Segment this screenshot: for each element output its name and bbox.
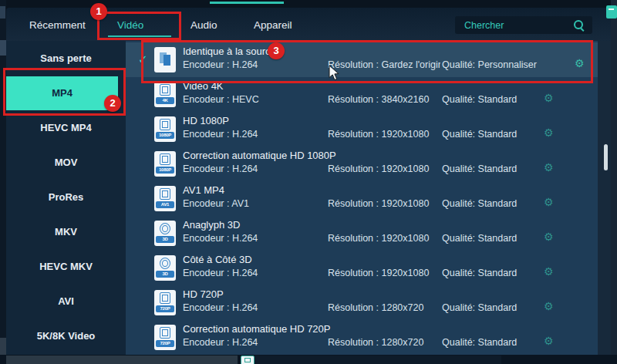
- gear-icon[interactable]: ⚙: [544, 92, 554, 104]
- format-encoder: Encodeur : H.264: [183, 163, 258, 174]
- annotation-badge-2: 2: [104, 95, 121, 112]
- format-quality: Qualité: Standard: [442, 129, 517, 140]
- icon-label: 720P: [156, 305, 174, 312]
- scrollbar-track: [598, 41, 611, 355]
- video-file-icon: AV1: [154, 186, 176, 211]
- tab-recemment[interactable]: Récemment: [29, 19, 86, 31]
- format-title: Anaglyph 3D: [183, 219, 240, 231]
- format-quality: Qualité: Standard: [442, 302, 517, 313]
- sidebar-item-avi[interactable]: AVI: [6, 285, 126, 318]
- format-quality: Qualité: Standard: [442, 163, 517, 174]
- annotation-box-row: [141, 40, 593, 83]
- icon-label: 4K: [156, 97, 174, 104]
- background-left-notch: [0, 40, 6, 56]
- annotation-box-video-tab: [97, 12, 181, 40]
- search-box: [455, 16, 592, 34]
- format-title: Correction automatique HD 720P: [183, 323, 331, 335]
- format-resolution: Résolution : 1280x720: [328, 302, 440, 313]
- format-encoder: Encodeur : AV1: [183, 198, 249, 209]
- format-row[interactable]: 1080PHD 1080PEncodeur : H.264Résolution …: [126, 112, 598, 147]
- background-right-edge: [611, 0, 617, 364]
- video-file-icon: 1080P: [154, 116, 176, 142]
- gear-icon[interactable]: ⚙: [544, 265, 554, 278]
- gear-icon[interactable]: ⚙: [544, 161, 554, 174]
- format-list: ✓Identique à la sourceEncodeur : H.264Ré…: [126, 41, 611, 355]
- format-quality: Qualité: Standard: [442, 268, 517, 278]
- sidebar-item-hevc-mp4[interactable]: HEVC MP4: [6, 111, 126, 145]
- screen: Récemment Vidéo Audio Appareil Sans pert…: [0, 0, 617, 364]
- format-encoder: Encodeur : H.264: [183, 337, 258, 348]
- clipped-file-icon: [241, 356, 255, 364]
- video-file-icon: 720P: [154, 325, 176, 350]
- 3d-glasses-icon: 3D: [154, 221, 176, 246]
- format-quality: Qualité: Standard: [442, 337, 517, 348]
- format-resolution: Résolution : 1920x1080: [328, 129, 440, 140]
- icon-label: 3D: [156, 271, 174, 278]
- clipped-app-icon: [606, 5, 617, 19]
- background-bottom-panel: [6, 356, 238, 364]
- format-title: HD 720P: [183, 288, 224, 300]
- format-title: HD 1080P: [183, 115, 229, 126]
- gear-icon[interactable]: ⚙: [544, 231, 554, 243]
- background-left-notch: [0, 6, 5, 19]
- video-file-icon: 720P: [154, 290, 176, 315]
- icon-label: 3D: [156, 236, 174, 243]
- mouse-cursor: [329, 65, 339, 81]
- format-row[interactable]: 3DAnaglyph 3DEncodeur : H.264Résolution …: [126, 216, 598, 251]
- scrollbar-thumb[interactable]: [604, 144, 608, 170]
- search-input[interactable]: [463, 17, 570, 34]
- 3d-glasses-icon: 3D: [154, 255, 176, 281]
- format-row[interactable]: 720PHD 720PEncodeur : H.264Résolution : …: [126, 285, 598, 320]
- icon-label: AV1: [156, 201, 174, 208]
- gear-icon[interactable]: ⚙: [544, 335, 554, 347]
- background-tab-underline: [210, 2, 284, 4]
- format-resolution: Résolution : 3840x2160: [328, 94, 440, 105]
- format-title: Côté à Côté 3D: [183, 254, 252, 265]
- format-resolution: Résolution : 1280x720: [328, 337, 440, 348]
- sidebar-item-5k-8k-video[interactable]: 5K/8K Video: [6, 319, 126, 353]
- gear-icon[interactable]: ⚙: [544, 126, 554, 139]
- format-row[interactable]: 720PCorrection automatique HD 720PEncode…: [126, 320, 598, 355]
- format-encoder: Encodeur : H.264: [183, 233, 258, 244]
- icon-label: 720P: [156, 340, 174, 347]
- sidebar-item-mkv[interactable]: MKV: [6, 215, 126, 249]
- format-resolution: Résolution : 1920x1080: [328, 163, 440, 174]
- format-title: AV1 MP4: [183, 184, 224, 196]
- format-encoder: Encodeur : H.264: [183, 129, 258, 140]
- background-bottom-panel: [255, 356, 501, 364]
- search-icon[interactable]: [574, 20, 583, 29]
- format-quality: Qualité: Standard: [442, 233, 517, 244]
- format-row[interactable]: 1080PCorrection automatique HD 1080PEnco…: [126, 147, 598, 181]
- tab-appareil[interactable]: Appareil: [254, 19, 292, 31]
- sidebar-item-prores[interactable]: ProRes: [6, 180, 126, 214]
- format-row[interactable]: AV1AV1 MP4Encodeur : AV1Résolution : 192…: [126, 181, 598, 216]
- sidebar-item-mov[interactable]: MOV: [6, 146, 126, 180]
- icon-label: 1080P: [156, 167, 174, 174]
- annotation-badge-3: 3: [268, 42, 285, 59]
- annotation-badge-1: 1: [90, 3, 107, 20]
- format-quality: Qualité: Standard: [442, 94, 517, 105]
- tab-audio[interactable]: Audio: [190, 19, 217, 31]
- format-resolution: Résolution : 1920x1080: [328, 233, 440, 244]
- icon-label: 1080P: [156, 132, 174, 139]
- format-encoder: Encodeur : HEVC: [183, 94, 259, 105]
- sidebar-item-hevc-mkv[interactable]: HEVC MKV: [6, 250, 126, 284]
- format-resolution: Résolution : 1920x1080: [328, 198, 440, 209]
- gear-icon[interactable]: ⚙: [544, 300, 554, 312]
- video-file-icon: 1080P: [154, 151, 176, 177]
- gear-icon[interactable]: ⚙: [544, 196, 554, 208]
- format-row[interactable]: 3DCôté à Côté 3DEncodeur : H.264Résoluti…: [126, 251, 598, 285]
- format-quality: Qualité: Standard: [442, 198, 517, 209]
- format-title: Correction automatique HD 1080P: [183, 150, 336, 161]
- video-file-icon: 4K: [154, 82, 176, 107]
- format-encoder: Encodeur : H.264: [183, 268, 258, 278]
- format-encoder: Encodeur : H.264: [183, 302, 258, 313]
- format-resolution: Résolution : 1920x1080: [328, 268, 440, 278]
